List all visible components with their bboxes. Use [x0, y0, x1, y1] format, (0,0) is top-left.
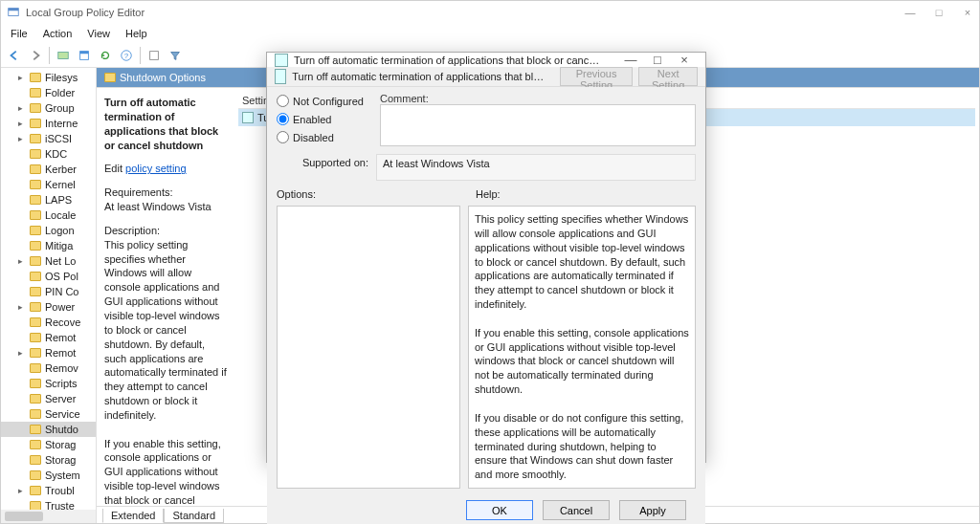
- toolbar-icon-1[interactable]: [54, 46, 73, 65]
- chevron-right-icon[interactable]: ▸: [18, 302, 23, 312]
- tree-item[interactable]: Storag: [1, 437, 96, 452]
- tree-item[interactable]: ▸Remot: [1, 345, 96, 360]
- dialog-maximize-button[interactable]: □: [644, 53, 671, 67]
- tree-item[interactable]: Folder: [1, 85, 96, 100]
- requirements-label: Requirements:: [104, 186, 227, 200]
- chevron-right-icon[interactable]: ▸: [18, 134, 23, 143]
- tree-item[interactable]: PIN Co: [1, 284, 96, 299]
- tree-item[interactable]: Remot: [1, 330, 96, 345]
- back-button[interactable]: [5, 46, 24, 65]
- folder-icon: [30, 241, 41, 251]
- dialog-minimize-button[interactable]: —: [617, 53, 644, 67]
- description-label: Description:: [104, 224, 227, 238]
- folder-icon: [30, 302, 41, 312]
- chevron-right-icon[interactable]: ▸: [18, 256, 23, 266]
- tree-item[interactable]: ▸Filesys: [1, 70, 96, 85]
- tree-item[interactable]: Locale: [1, 207, 96, 223]
- chevron-right-icon[interactable]: ▸: [18, 119, 23, 128]
- radio-not-configured[interactable]: Not Configured: [277, 95, 372, 107]
- tree-item[interactable]: Server: [1, 391, 96, 406]
- previous-setting-button[interactable]: Previous Setting: [560, 67, 633, 86]
- radio-enabled[interactable]: Enabled: [277, 113, 372, 125]
- supported-label: Supported on:: [277, 154, 368, 168]
- tree-item[interactable]: ▸Net Lo: [1, 253, 96, 269]
- tree-item[interactable]: OS Pol: [1, 269, 96, 284]
- policy-dialog: Turn off automatic termination of applic…: [266, 52, 706, 463]
- chevron-right-icon[interactable]: ▸: [18, 73, 23, 82]
- comment-label: Comment:: [380, 93, 696, 104]
- tree-item[interactable]: LAPS: [1, 192, 96, 207]
- chevron-right-icon[interactable]: ▸: [18, 348, 23, 358]
- svg-rect-7: [150, 51, 159, 59]
- folder-icon: [30, 119, 41, 128]
- folder-icon: [104, 73, 116, 82]
- edit-policy-link[interactable]: policy setting: [125, 163, 187, 174]
- tree-item[interactable]: Scripts: [1, 376, 96, 391]
- help-pane: This policy setting specifies whether Wi…: [468, 206, 696, 489]
- nav-tree[interactable]: ▸FilesysFolder▸Group▸Interne▸iSCSIKDCKer…: [1, 68, 97, 523]
- folder-icon: [30, 210, 41, 220]
- chevron-right-icon[interactable]: ▸: [18, 103, 23, 113]
- titlebar[interactable]: Local Group Policy Editor — □ ×: [1, 1, 979, 24]
- chevron-right-icon[interactable]: ▸: [18, 486, 23, 495]
- ok-button[interactable]: OK: [466, 500, 533, 520]
- tree-item[interactable]: ▸iSCSI: [1, 131, 96, 146]
- tree-item[interactable]: Remov: [1, 360, 96, 376]
- folder-icon: [30, 195, 41, 205]
- minimize-button[interactable]: —: [904, 7, 916, 18]
- toolbar-icon-2[interactable]: [75, 46, 94, 65]
- tree-item[interactable]: Logon: [1, 223, 96, 238]
- tree-item[interactable]: Kerber: [1, 162, 96, 177]
- tree-item[interactable]: Mitiga: [1, 238, 96, 253]
- apply-button[interactable]: Apply: [619, 500, 686, 520]
- app-icon: [7, 6, 20, 19]
- edit-label: Edit: [104, 163, 125, 174]
- tree-item[interactable]: Storag: [1, 452, 96, 468]
- svg-rect-2: [58, 52, 69, 58]
- folder-icon: [30, 333, 41, 342]
- folder-icon: [30, 394, 41, 404]
- tree-item[interactable]: ▸Group: [1, 100, 96, 116]
- folder-icon: [30, 470, 41, 480]
- help-button[interactable]: ?: [117, 46, 136, 65]
- dialog-subheader: Turn off automatic termination of applic…: [267, 67, 705, 87]
- tree-item[interactable]: Kernel: [1, 177, 96, 192]
- tree-item[interactable]: ▸Interne: [1, 116, 96, 131]
- radio-disabled[interactable]: Disabled: [277, 131, 372, 143]
- svg-text:?: ?: [124, 51, 129, 59]
- dialog-close-button[interactable]: ×: [671, 53, 698, 67]
- close-button[interactable]: ×: [962, 7, 973, 18]
- help-label: Help:: [476, 188, 501, 200]
- tab-standard[interactable]: Standard: [164, 509, 224, 523]
- folder-icon: [30, 486, 41, 495]
- folder-icon: [30, 180, 41, 189]
- menu-action[interactable]: Action: [37, 26, 78, 41]
- tree-item[interactable]: ▸Power: [1, 299, 96, 315]
- tree-item[interactable]: Service: [1, 406, 96, 422]
- policy-icon: [275, 69, 286, 84]
- tree-item[interactable]: ▸Troubl: [1, 483, 96, 498]
- tree-item[interactable]: Recove: [1, 315, 96, 330]
- dialog-title: Turn off automatic termination of applic…: [294, 55, 600, 66]
- menu-file[interactable]: File: [5, 26, 33, 41]
- menu-view[interactable]: View: [81, 26, 116, 41]
- dialog-titlebar[interactable]: Turn off automatic termination of applic…: [267, 53, 705, 67]
- next-setting-button[interactable]: Next Setting: [638, 67, 698, 86]
- tree-item[interactable]: KDC: [1, 146, 96, 162]
- policy-icon: [275, 54, 288, 67]
- tab-extended[interactable]: Extended: [102, 509, 164, 523]
- forward-button[interactable]: [26, 46, 45, 65]
- toolbar-icon-3[interactable]: [145, 46, 164, 65]
- cancel-button[interactable]: Cancel: [543, 500, 610, 520]
- tree-hscrollbar[interactable]: [1, 510, 96, 523]
- comment-input[interactable]: [380, 104, 696, 146]
- maximize-button[interactable]: □: [933, 7, 945, 18]
- folder-icon: [30, 256, 41, 266]
- folder-icon: [30, 226, 41, 235]
- menu-help[interactable]: Help: [120, 26, 153, 41]
- filter-button[interactable]: [166, 46, 185, 65]
- tree-item[interactable]: System: [1, 468, 96, 483]
- policy-icon: [242, 112, 254, 123]
- tree-item[interactable]: Shutdo: [1, 422, 96, 437]
- refresh-button[interactable]: [96, 46, 115, 65]
